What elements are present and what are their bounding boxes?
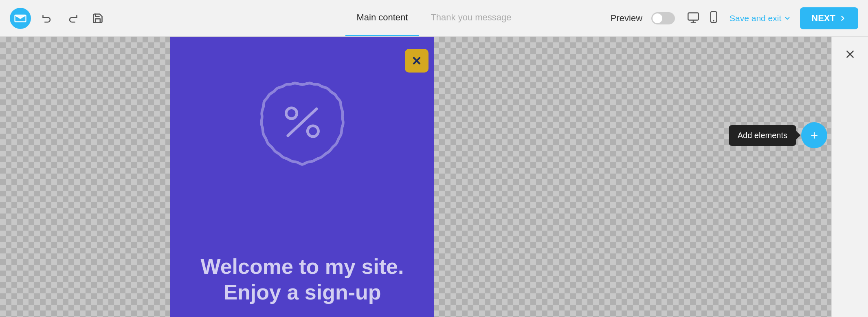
next-button[interactable]: NEXT xyxy=(800,7,858,29)
header: Main content Thank you message Preview xyxy=(0,0,868,37)
toggle-knob xyxy=(653,13,662,23)
svg-point-9 xyxy=(308,126,318,136)
canvas-area: Welcome to my site. Enjoy a sign-up Add … xyxy=(0,37,868,317)
discount-badge-icon xyxy=(257,77,347,167)
add-elements-button[interactable]: + xyxy=(801,122,827,148)
panel-close-button[interactable] xyxy=(841,45,859,66)
svg-line-10 xyxy=(288,109,316,136)
undo-button[interactable] xyxy=(38,9,56,27)
tab-main-content[interactable]: Main content xyxy=(345,0,419,36)
save-exit-button[interactable]: Save and exit xyxy=(730,13,791,23)
tab-thank-you[interactable]: Thank you message xyxy=(419,0,523,36)
device-icons xyxy=(684,9,721,28)
mobile-icon[interactable] xyxy=(707,9,721,28)
right-panel xyxy=(831,37,868,317)
header-left xyxy=(10,8,107,29)
preview-label: Preview xyxy=(611,13,642,24)
desktop-icon[interactable] xyxy=(684,9,703,27)
tabs-bar: Main content Thank you message xyxy=(345,0,523,36)
svg-point-8 xyxy=(286,108,297,119)
header-right: Preview Save and exit xyxy=(611,7,858,29)
save-draft-button[interactable] xyxy=(89,9,107,27)
preview-toggle[interactable] xyxy=(651,12,675,24)
add-elements-container: Add elements + xyxy=(729,122,827,148)
popup-close-button[interactable] xyxy=(405,49,429,73)
popup-card: Welcome to my site. Enjoy a sign-up xyxy=(170,37,434,317)
redo-button[interactable] xyxy=(64,9,81,27)
add-elements-tooltip: Add elements xyxy=(729,125,796,146)
svg-rect-1 xyxy=(688,13,698,20)
welcome-text: Welcome to my site. Enjoy a sign-up xyxy=(170,254,434,305)
logo-icon xyxy=(10,8,31,29)
